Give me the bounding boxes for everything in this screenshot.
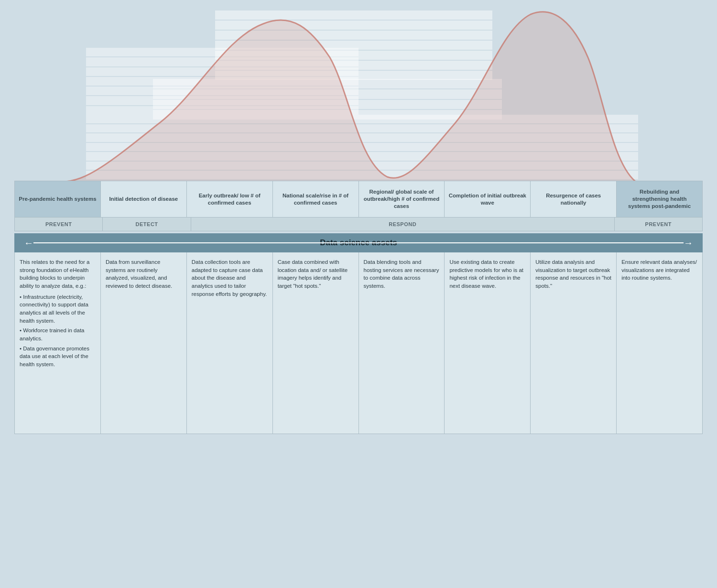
- content-pre-pandemic: This relates to the need for a strong fo…: [15, 252, 101, 434]
- band-respond: RESPOND: [191, 218, 615, 231]
- pre-pandemic-bullets: Infrastructure (electricity, connectivit…: [20, 293, 96, 369]
- content-resurgence: Utilize data analysis and visualization …: [531, 252, 617, 434]
- content-regional-global: Data blending tools and hosting services…: [359, 252, 445, 434]
- right-arrow-icon: →: [684, 238, 693, 249]
- phase-regional-global: Regional/ global scale of outbreak/high …: [359, 181, 445, 217]
- content-early-outbreak: Data collection tools are adapted to cap…: [187, 252, 273, 434]
- phase-completion: Completion of initial outbreak wave: [445, 181, 531, 217]
- content-row: This relates to the need for a strong fo…: [14, 252, 703, 434]
- band-prevent-2: PREVENT: [615, 218, 702, 231]
- phase-resurgence: Resurgence of cases nationally: [531, 181, 617, 217]
- content-initial-detection: Data from surveillance systems are routi…: [101, 252, 187, 434]
- phase-national-scale: National scale/rise in # of confirmed ca…: [273, 181, 359, 217]
- phase-pre-pandemic: Pre-pandemic health systems: [15, 181, 101, 217]
- band-detect: DETECT: [103, 218, 191, 231]
- main-content: Pre-pandemic health systems Initial dete…: [14, 181, 703, 578]
- band-prevent-1: PREVENT: [15, 218, 103, 231]
- content-completion: Use existing data to create predictive m…: [445, 252, 531, 434]
- phase-early-outbreak: Early outbreak/ low # of confirmed cases: [187, 181, 273, 217]
- phase-band-row: PREVENT DETECT RESPOND PREVENT: [14, 218, 703, 231]
- content-rebuilding: Ensure relevant data analyses/ visualiza…: [617, 252, 702, 434]
- content-national-scale: Case data combined with location data an…: [273, 252, 359, 434]
- phase-header-row: Pre-pandemic health systems Initial dete…: [14, 181, 703, 218]
- ds-assets-bar: ← Data science assets →: [14, 233, 703, 252]
- phase-initial-detection: Initial detection of disease: [101, 181, 187, 217]
- phase-rebuilding: Rebuilding and strengthening health syst…: [617, 181, 702, 217]
- left-arrow-icon: ←: [24, 238, 33, 249]
